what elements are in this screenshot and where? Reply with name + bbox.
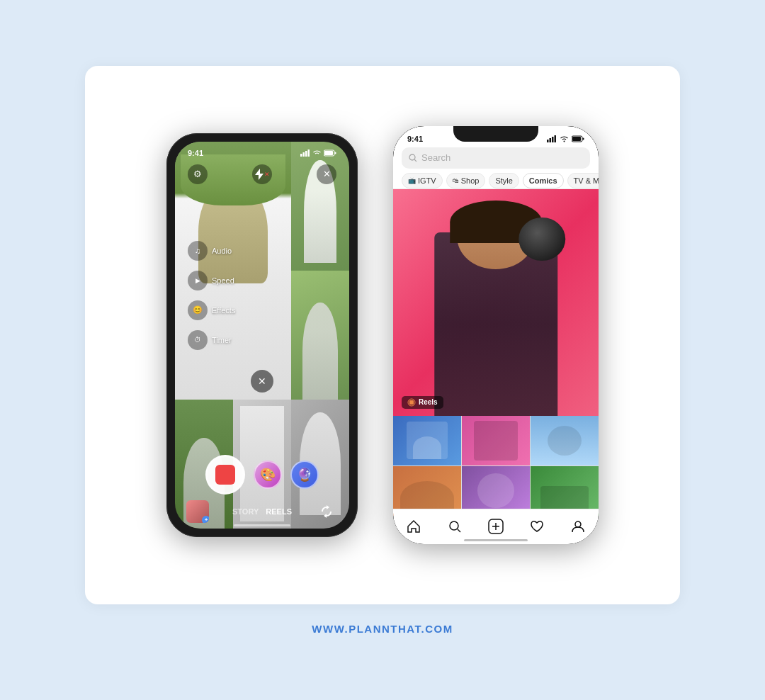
time-right: 9:41 <box>407 135 423 143</box>
audio-icon: ♫ <box>188 241 208 261</box>
tab-shop[interactable]: 🛍 Shop <box>446 173 486 188</box>
battery-icon <box>324 149 336 157</box>
record-indicator <box>215 465 235 485</box>
svg-rect-9 <box>552 137 554 142</box>
time-left: 9:41 <box>188 149 203 157</box>
audio-tool[interactable]: ♫ Audio <box>188 241 235 261</box>
svg-rect-5 <box>324 151 333 155</box>
hero-person <box>419 201 573 416</box>
thumb-3 <box>531 416 599 465</box>
settings-icon[interactable]: ⚙ <box>188 164 208 184</box>
add-icon <box>488 519 504 534</box>
status-icons-right <box>547 135 584 142</box>
thumb-2 <box>462 416 530 465</box>
camera-flip-button[interactable] <box>315 500 338 523</box>
search-placeholder: Search <box>421 152 450 163</box>
camera-bottom-nav: + STORY REELS <box>175 500 349 523</box>
heart-icon <box>530 519 544 534</box>
tv-movie-label: TV & Movi… <box>574 176 599 185</box>
reels-icon <box>407 398 416 407</box>
svg-rect-18 <box>409 400 414 405</box>
comics-label: Comics <box>529 176 557 185</box>
shop-icon: 🛍 <box>453 177 459 184</box>
story-mode[interactable]: STORY <box>232 507 259 516</box>
hero-background <box>393 189 599 416</box>
camera-shutter-area: 🎨 🔮 <box>175 455 349 495</box>
status-bar-left: 9:41 <box>175 145 349 159</box>
igtv-label: IGTV <box>418 176 436 185</box>
svg-rect-7 <box>547 140 549 142</box>
search-icon <box>409 154 417 162</box>
phone-right: 9:41 Search 📺 IGTV 🛍 <box>393 126 599 544</box>
timer-icon: ⏱ <box>188 330 208 350</box>
mode-labels: STORY REELS <box>232 507 292 516</box>
timer-label: Timer <box>212 336 232 344</box>
tab-comics[interactable]: Comics <box>523 173 564 188</box>
center-x-button[interactable]: ✕ <box>251 370 273 393</box>
home-indicator-left <box>234 524 290 526</box>
hero-image: Reels <box>393 189 599 416</box>
close-icon[interactable]: ✕ <box>317 164 336 184</box>
phone-left: 9:41 ⚙ ✕ ✕ ♫ Audio <box>166 133 358 537</box>
reels-mode[interactable]: REELS <box>266 507 292 516</box>
main-card: 9:41 ⚙ ✕ ✕ ♫ Audio <box>85 66 680 604</box>
svg-rect-13 <box>572 137 581 141</box>
search-nav-icon <box>448 519 462 534</box>
svg-point-19 <box>450 521 458 530</box>
svg-line-20 <box>458 529 460 532</box>
wifi-icon <box>312 149 322 157</box>
effect-1[interactable]: 🎨 <box>254 461 282 489</box>
nav-home[interactable] <box>401 514 426 539</box>
home-icon <box>407 519 421 534</box>
svg-rect-8 <box>550 138 552 142</box>
speed-icon: ▶ <box>188 271 208 290</box>
thumbnail-grid <box>393 416 599 516</box>
category-tabs: 📺 IGTV 🛍 Shop Style Comics TV & Movi… <box>393 173 599 189</box>
shutter-button[interactable] <box>205 455 245 495</box>
thumb-1 <box>393 416 461 465</box>
nav-heart[interactable] <box>524 514 550 539</box>
tab-tv-movie[interactable]: TV & Movi… <box>567 173 599 188</box>
wifi-icon-right <box>560 135 569 142</box>
effect-2[interactable]: 🔮 <box>290 461 319 489</box>
speed-label: Speed <box>212 276 234 285</box>
home-indicator-right <box>464 539 528 541</box>
shop-label: Shop <box>461 176 480 185</box>
search-bar[interactable]: Search <box>402 147 590 169</box>
svg-rect-10 <box>555 135 557 142</box>
svg-rect-6 <box>335 152 336 154</box>
profile-icon <box>571 519 585 534</box>
effects-icon: 😊 <box>188 300 208 320</box>
svg-rect-0 <box>300 154 302 157</box>
timer-tool[interactable]: ⏱ Timer <box>188 330 235 350</box>
camera-top-icons: ⚙ ✕ ✕ <box>175 164 349 184</box>
svg-point-11 <box>564 140 565 142</box>
flash-icon[interactable]: ✕ <box>252 164 272 184</box>
nav-profile[interactable] <box>565 514 591 539</box>
side-tools: ♫ Audio ▶ Speed 😊 Effects ⏱ Timer <box>188 241 235 350</box>
gallery-thumb[interactable]: + <box>186 500 209 523</box>
reels-label: Reels <box>419 398 438 406</box>
gallery-plus-icon: + <box>202 516 209 523</box>
tab-style[interactable]: Style <box>489 173 518 188</box>
svg-point-15 <box>409 154 415 160</box>
svg-rect-3 <box>308 149 310 157</box>
nav-search[interactable] <box>442 514 468 539</box>
status-icons-left <box>300 149 336 157</box>
svg-line-16 <box>414 159 416 162</box>
website-url: WWW.PLANNTHAT.COM <box>312 623 453 635</box>
effects-label: Effects <box>212 306 235 315</box>
notch <box>453 126 538 142</box>
speed-tool[interactable]: ▶ Speed <box>188 271 235 290</box>
signal-icon-right <box>547 135 557 142</box>
audio-label: Audio <box>212 247 232 255</box>
battery-icon-right <box>572 135 584 142</box>
style-label: Style <box>495 176 512 185</box>
lightning-icon <box>255 169 264 180</box>
signal-icon <box>300 149 310 157</box>
tab-igtv[interactable]: 📺 IGTV <box>402 173 443 188</box>
flip-icon <box>319 504 334 519</box>
svg-rect-14 <box>583 137 584 140</box>
nav-add[interactable] <box>483 514 509 539</box>
effects-tool[interactable]: 😊 Effects <box>188 300 235 320</box>
